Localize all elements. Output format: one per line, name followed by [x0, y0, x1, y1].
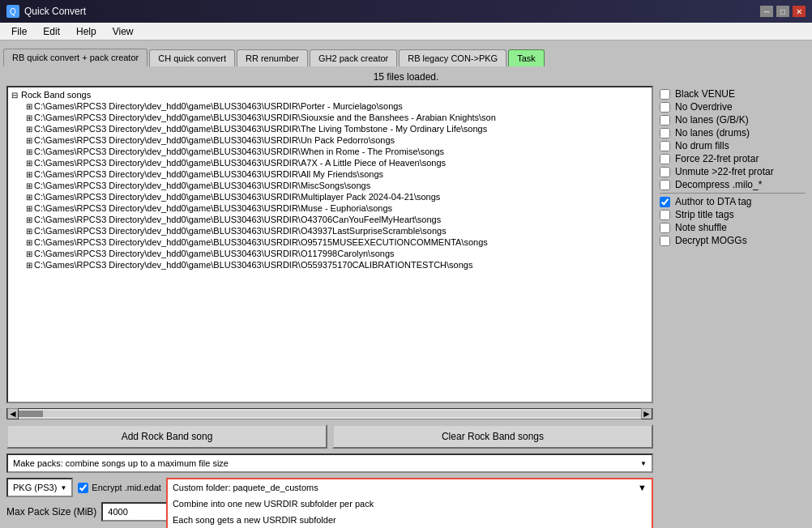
maximize-button[interactable]: □ — [776, 6, 789, 17]
checkbox-label-strip-title: Strip title tags — [675, 209, 734, 220]
tab-task[interactable]: Task — [508, 49, 545, 66]
tree-item-expand[interactable]: ⊞ — [26, 147, 32, 156]
tree-item: ⊞C:\Games\RPCS3 Directory\dev_hdd0\game\… — [10, 157, 650, 168]
tree-item-expand[interactable]: ⊞ — [26, 102, 32, 111]
dropdown-item-each[interactable]: Each song gets a new USRDIR subfolder — [168, 512, 652, 528]
tree-item: ⊞C:\Games\RPCS3 Directory\dev_hdd0\game\… — [10, 236, 650, 248]
checkbox-row-black-venue: Black VENUE — [660, 87, 806, 100]
format-value: PKG (PS3) — [13, 483, 57, 492]
format-arrow: ▼ — [60, 484, 66, 492]
menu-view[interactable]: View — [105, 24, 142, 39]
file-tree[interactable]: ⊟ Rock Band songs ⊞C:\Games\RPCS3 Direct… — [6, 86, 653, 403]
tree-item: ⊞C:\Games\RPCS3 Directory\dev_hdd0\game\… — [10, 202, 650, 214]
tree-item: ⊞C:\Games\RPCS3 Directory\dev_hdd0\game\… — [10, 191, 650, 202]
scrollbar-track[interactable] — [19, 411, 641, 417]
tree-item: ⊞C:\Games\RPCS3 Directory\dev_hdd0\game\… — [10, 112, 650, 123]
checkbox-row-no-lanes-drums: No lanes (drums) — [660, 126, 806, 139]
tab-gh2-pack[interactable]: GH2 pack creator — [310, 49, 397, 66]
status-line: 15 files loaded. — [6, 71, 806, 83]
tree-item-expand[interactable]: ⊞ — [26, 113, 32, 122]
tree-item-expand[interactable]: ⊞ — [26, 204, 32, 213]
left-panel: ⊟ Rock Band songs ⊞C:\Games\RPCS3 Direct… — [6, 86, 653, 522]
pack-combo[interactable]: Make packs: combine songs up to a maximu… — [6, 453, 653, 473]
tree-item: ⊞C:\Games\RPCS3 Directory\dev_hdd0\game\… — [10, 134, 650, 146]
checkbox-row-unmute-22-fret: Unmute >22-fret protar — [660, 165, 806, 178]
tree-item-expand[interactable]: ⊞ — [26, 261, 32, 270]
tree-item: ⊞C:\Games\RPCS3 Directory\dev_hdd0\game\… — [10, 259, 650, 270]
tree-item-expand[interactable]: ⊞ — [26, 249, 32, 258]
checkbox-label-decrypt-moggs: Decrypt MOGGs — [675, 235, 747, 246]
tree-item-expand[interactable]: ⊞ — [26, 136, 32, 145]
tree-item-expand[interactable]: ⊞ — [26, 181, 32, 190]
scroll-left-btn[interactable]: ◄ — [7, 408, 19, 419]
tree-item-expand[interactable]: ⊞ — [26, 170, 32, 179]
checkbox-strip-title[interactable] — [660, 210, 670, 220]
checkbox-row-note-shuffle: Note shuffle — [660, 221, 806, 234]
checkbox-label-black-venue: Black VENUE — [675, 88, 735, 100]
output-combo[interactable]: Custom folder: paquete_de_customs ▼ Comb… — [166, 478, 653, 497]
tab-ch-quick[interactable]: CH quick convert — [149, 49, 235, 66]
format-row: PKG (PS3) ▼ Encrypt .mid.edat Custom fol… — [6, 478, 653, 497]
checkbox-row-no-drum-fills: No drum fills — [660, 139, 806, 152]
checkbox-no-lanes-gb[interactable] — [660, 115, 670, 126]
tab-rb-quick[interactable]: RB quick convert + pack creator — [3, 49, 147, 66]
scroll-right-btn[interactable]: ► — [641, 408, 652, 419]
tree-root-expand[interactable]: ⊟ — [11, 91, 18, 100]
tree-item: ⊞C:\Games\RPCS3 Directory\dev_hdd0\game\… — [10, 225, 650, 236]
scrollbar-thumb[interactable] — [19, 411, 43, 417]
output-combo-header[interactable]: Custom folder: paquete_de_customs ▼ — [168, 479, 652, 496]
tree-item-expand[interactable]: ⊞ — [26, 215, 32, 224]
close-button[interactable]: ✕ — [793, 6, 806, 17]
tree-root: ⊟ Rock Band songs — [10, 89, 650, 100]
tree-item: ⊞C:\Games\RPCS3 Directory\dev_hdd0\game\… — [10, 180, 650, 191]
menu-file[interactable]: File — [3, 24, 35, 39]
tab-rr-renumber[interactable]: RR renumber — [237, 49, 308, 66]
encrypt-check: Encrypt .mid.edat — [78, 483, 161, 493]
dropdown-item-combine[interactable]: Combine into one new USRDIR subfolder pe… — [168, 496, 652, 512]
tree-item: ⊞C:\Games\RPCS3 Directory\dev_hdd0\game\… — [10, 248, 650, 259]
pack-combo-arrow: ▼ — [640, 460, 647, 467]
tree-item-expand[interactable]: ⊞ — [26, 227, 32, 236]
menu-edit[interactable]: Edit — [35, 24, 68, 39]
checkbox-label-author-dta: Author to DTA tag — [675, 196, 752, 207]
checkbox-author-dta[interactable] — [660, 197, 670, 207]
checkbox-black-venue[interactable] — [660, 89, 670, 100]
checkbox-label-no-lanes-drums: No lanes (drums) — [675, 127, 750, 138]
app-title: Quick Convert — [24, 6, 86, 17]
title-bar: Q Quick Convert ─ □ ✕ — [0, 0, 812, 23]
tree-item-expand[interactable]: ⊞ — [26, 125, 32, 134]
checkbox-label-no-overdrive: No Overdrive — [675, 101, 733, 113]
tree-item: ⊞C:\Games\RPCS3 Directory\dev_hdd0\game\… — [10, 214, 650, 225]
format-select[interactable]: PKG (PS3) ▼ — [6, 478, 73, 497]
tree-item-expand[interactable]: ⊞ — [26, 159, 32, 168]
checkbox-row-decompress-milo: Decompress .milo_* — [660, 178, 806, 191]
menu-bar: File Edit Help View — [0, 23, 812, 40]
checkbox-row-no-overdrive: No Overdrive — [660, 100, 806, 113]
tree-item-expand[interactable]: ⊞ — [26, 193, 32, 202]
checkbox-decrypt-moggs[interactable] — [660, 236, 670, 246]
menu-help[interactable]: Help — [68, 24, 105, 39]
max-pack-label: Max Pack Size (MiB) — [6, 506, 96, 517]
tab-rb-legacy[interactable]: RB legacy CON->PKG — [399, 49, 506, 66]
checkbox-unmute-22-fret[interactable] — [660, 167, 670, 177]
checkbox-no-lanes-drums[interactable] — [660, 128, 670, 138]
checkbox-row-decrypt-moggs: Decrypt MOGGs — [660, 234, 806, 247]
tree-root-label: Rock Band songs — [21, 90, 91, 100]
horizontal-scrollbar[interactable]: ◄ ► — [6, 408, 653, 419]
checkbox-no-overdrive[interactable] — [660, 102, 670, 113]
checkbox-force-22-fret[interactable] — [660, 154, 670, 164]
tree-item-expand[interactable]: ⊞ — [26, 238, 32, 247]
clear-rock-band-songs-button[interactable]: Clear Rock Band songs — [332, 424, 653, 449]
encrypt-checkbox[interactable] — [78, 483, 88, 493]
checkbox-row-no-lanes-gb: No lanes (G/B/K) — [660, 113, 806, 126]
pack-row: Make packs: combine songs up to a maximu… — [6, 453, 653, 473]
add-rock-band-song-button[interactable]: Add Rock Band song — [6, 424, 327, 449]
checkbox-no-drum-fills[interactable] — [660, 141, 670, 151]
minimize-button[interactable]: ─ — [760, 6, 773, 17]
tree-item: ⊞C:\Games\RPCS3 Directory\dev_hdd0\game\… — [10, 168, 650, 180]
checkbox-note-shuffle[interactable] — [660, 223, 670, 233]
main-content: 15 files loaded. ⊟ Rock Band songs ⊞C:\G… — [0, 66, 812, 528]
checkbox-row-author-dta: Author to DTA tag — [660, 195, 806, 208]
app-icon: Q — [6, 5, 19, 18]
checkbox-decompress-milo[interactable] — [660, 180, 670, 190]
